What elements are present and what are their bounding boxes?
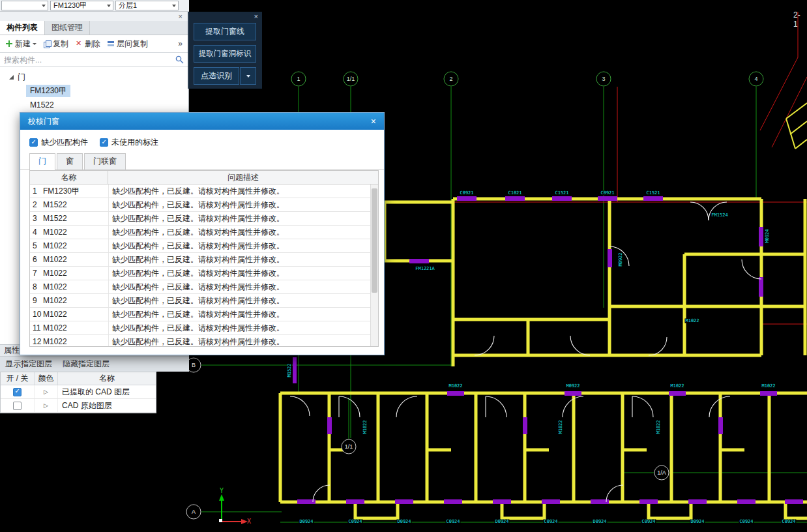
- tree-item-label: FM1230甲: [26, 85, 70, 97]
- color-expand-icon[interactable]: ▷: [44, 389, 48, 395]
- issue-cell: 2: [30, 200, 43, 209]
- layers-table-body: ▷已提取的 CAD 图层▷CAD 原始图层: [1, 385, 156, 413]
- issue-row[interactable]: 11M1022缺少匹配构件，已反建。请核对构件属性并修改。: [30, 321, 378, 335]
- new-button[interactable]: 新建: [3, 37, 38, 51]
- component-name-combo[interactable]: FM1230甲: [50, 1, 113, 10]
- unused-annotation-checkbox[interactable]: 未使用的标注: [100, 137, 158, 148]
- scrollbar-thumb[interactable]: [372, 188, 377, 293]
- layer-cell: ▷: [35, 385, 58, 398]
- issue-cell: M1022: [43, 255, 108, 264]
- layer-row[interactable]: ▷CAD 原始图层: [1, 399, 156, 413]
- issue-row[interactable]: 2M1522缺少匹配构件，已反建。请核对构件属性并修改。: [30, 198, 378, 212]
- panel-header: ×: [0, 12, 188, 21]
- layer-split-combo[interactable]: 分层1: [115, 1, 179, 10]
- issue-row[interactable]: 12M1022缺少匹配构件，已反建。请核对构件属性并修改。: [30, 335, 378, 346]
- missing-component-checkbox[interactable]: 缺少匹配构件: [29, 137, 88, 148]
- issue-row[interactable]: 5M1022缺少匹配构件，已反建。请核对构件属性并修改。: [30, 239, 378, 253]
- issue-row[interactable]: 3M1522缺少匹配构件，已反建。请核对构件属性并修改。: [30, 212, 378, 226]
- layers-table-header: 开 / 关 颜色 名称: [1, 372, 156, 385]
- combo-value: FM1230甲: [53, 1, 105, 10]
- tab-window[interactable]: 窗: [57, 153, 83, 170]
- issue-cell: 缺少匹配构件，已反建。请核对构件属性并修改。: [108, 239, 378, 252]
- axis-bubble: 2: [444, 72, 459, 87]
- point-select-dropdown-button[interactable]: [240, 67, 256, 85]
- floor-copy-button[interactable]: 层间复制: [105, 37, 150, 51]
- issue-cell: M1022: [43, 323, 108, 332]
- delete-button[interactable]: 删除: [73, 37, 102, 51]
- issue-cell: 1: [30, 186, 43, 196]
- layer-visibility-checkbox[interactable]: [13, 388, 22, 396]
- layer-row[interactable]: ▷已提取的 CAD 图层: [1, 385, 156, 399]
- issue-cell: M1022: [43, 282, 108, 291]
- show-layers-button[interactable]: 显示指定图层: [5, 359, 52, 370]
- cad-text-label: M1022: [448, 384, 463, 389]
- tree-expander-icon[interactable]: [9, 75, 14, 80]
- cad-text-label: D0924: [494, 520, 509, 524]
- cad-text-label: C0924: [641, 520, 656, 524]
- dialog-titlebar[interactable]: 校核门窗 ×: [20, 113, 384, 130]
- component-category-combo[interactable]: [1, 1, 48, 10]
- copy-button[interactable]: 复制: [41, 37, 70, 51]
- issue-cell: 缺少匹配构件，已反建。请核对构件属性并修改。: [108, 212, 378, 225]
- cad-text-label: Y: [219, 488, 224, 494]
- cad-text-label: C1521: [645, 191, 660, 196]
- tree-node-label: 门: [18, 72, 25, 83]
- issue-cell: 缺少匹配构件，已反建。请核对构件属性并修改。: [108, 335, 378, 346]
- tree-item-fm1230[interactable]: FM1230甲: [0, 84, 188, 98]
- axis-bubble: A: [186, 505, 201, 520]
- issue-row[interactable]: 8M1022缺少匹配构件，已反建。请核对构件属性并修改。: [30, 280, 378, 294]
- check-door-window-dialog: 校核门窗 × 缺少匹配构件 未使用的标注 门 窗 门联窗 名称 问题描述 1FM…: [20, 112, 385, 355]
- tree-node-door[interactable]: 门: [0, 70, 188, 84]
- issue-row[interactable]: 9M1022缺少匹配构件，已反建。请核对构件属性并修改。: [30, 294, 378, 308]
- issue-cell: 8: [30, 282, 43, 291]
- issue-cell: M1022: [43, 337, 108, 346]
- hide-layers-button[interactable]: 隐藏指定图层: [63, 359, 110, 370]
- tab-door-window[interactable]: 门联窗: [84, 153, 126, 170]
- cad-text-label: M1022: [559, 419, 563, 434]
- vertical-scrollbar[interactable]: [370, 185, 378, 346]
- issue-row[interactable]: 6M1022缺少匹配构件，已反建。请核对构件属性并修改。: [30, 253, 378, 267]
- issue-cell: 缺少匹配构件，已反建。请核对构件属性并修改。: [108, 198, 378, 211]
- tab-component-list[interactable]: 构件列表: [0, 21, 45, 35]
- axis-bubble: 4: [749, 72, 764, 87]
- close-icon[interactable]: ×: [254, 12, 258, 20]
- issue-table: 名称 问题描述 1FM1230甲缺少匹配构件，已反建。请核对构件属性并修改。2M…: [29, 170, 379, 347]
- issue-row[interactable]: 4M1022缺少匹配构件，已反建。请核对构件属性并修改。: [30, 226, 378, 239]
- chevron-down-icon: [246, 75, 250, 78]
- axis-bubble: 1/A: [654, 466, 669, 480]
- layer-cell: [1, 385, 35, 398]
- cad-text-label: M0924: [765, 228, 770, 243]
- search-input[interactable]: [0, 53, 188, 66]
- extract-door-window-lines-button[interactable]: 提取门窗线: [194, 23, 256, 40]
- dialog-filter-checkboxes: 缺少匹配构件 未使用的标注: [20, 130, 384, 154]
- extract-opening-marks-button[interactable]: 提取门窗洞标识: [194, 45, 256, 63]
- layers-table: 开 / 关 颜色 名称 ▷已提取的 CAD 图层▷CAD 原始图层: [0, 372, 156, 413]
- cad-text-label: C0924: [781, 520, 796, 524]
- properties-label: 属性: [4, 345, 20, 356]
- floor-copy-button-label: 层间复制: [117, 38, 148, 50]
- close-icon[interactable]: ×: [179, 12, 183, 21]
- issue-cell: 缺少匹配构件，已反建。请核对构件属性并修改。: [108, 321, 378, 334]
- issue-cell: M1522: [43, 214, 108, 223]
- checkbox-label: 缺少匹配构件: [41, 137, 88, 148]
- point-select-identify-button[interactable]: 点选识别: [194, 67, 239, 85]
- color-expand-icon[interactable]: ▷: [44, 402, 48, 409]
- toolbar-overflow-button[interactable]: »: [175, 39, 185, 48]
- new-button-label: 新建: [15, 38, 31, 50]
- issue-cell: M1022: [43, 241, 108, 250]
- cad-text-label: FM1221A: [415, 267, 435, 271]
- component-tree: 门 FM1230甲 M1522: [0, 67, 188, 114]
- tree-item-m1522[interactable]: M1522: [0, 98, 188, 111]
- issue-row[interactable]: 1FM1230甲缺少匹配构件，已反建。请核对构件属性并修改。: [30, 185, 378, 198]
- layer-visibility-checkbox[interactable]: [13, 402, 22, 410]
- layer-name: 已提取的 CAD 图层: [58, 385, 156, 398]
- search-box: [0, 53, 188, 67]
- tab-door[interactable]: 门: [29, 153, 55, 170]
- cad-text-label: FM1524: [711, 213, 728, 218]
- close-icon[interactable]: ×: [371, 117, 376, 126]
- issue-row[interactable]: 7M1022缺少匹配构件，已反建。请核对构件属性并修改。: [30, 267, 378, 280]
- tab-drawing-management[interactable]: 图纸管理: [45, 21, 90, 35]
- issue-row[interactable]: 10M1022缺少匹配构件，已反建。请核对构件属性并修改。: [30, 308, 378, 321]
- search-icon[interactable]: [175, 55, 184, 64]
- checkbox-checked-icon: [100, 138, 108, 147]
